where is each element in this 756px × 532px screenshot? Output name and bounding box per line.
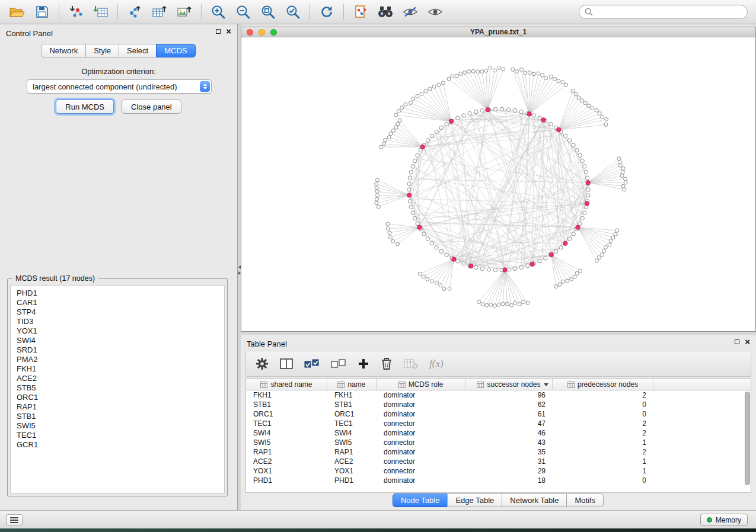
control-panel-window-buttons: × [216,28,231,34]
zoom-out-button[interactable] [231,2,256,21]
close-window-icon[interactable] [247,29,253,36]
column-header-name[interactable]: name [327,379,377,390]
table-cell: 0 [553,409,653,419]
mcds-result-item[interactable]: TID3 [17,317,218,326]
application-window: Control Panel × NetworkStyleSelectMCDS O… [0,0,756,532]
mcds-result-item[interactable]: RAP1 [17,402,218,412]
mcds-result-item[interactable]: CAR1 [17,298,218,307]
zoom-selected-button[interactable] [280,2,305,21]
table-row[interactable]: ACE2ACE2connector311 [246,457,751,466]
mcds-result-item[interactable]: PMA2 [17,355,218,364]
mcds-result-item[interactable]: GCR1 [17,440,218,450]
table-cell: SWI5 [246,438,327,447]
hide-graphics-details-button[interactable] [398,2,423,21]
show-graphics-details-button[interactable] [423,2,448,21]
close-mcds-panel-button[interactable]: Close panel [122,100,181,114]
search-box[interactable] [579,5,748,19]
save-session-button[interactable] [30,2,55,21]
mcds-result-item[interactable]: TEC1 [17,431,218,440]
float-panel-button[interactable] [216,29,221,34]
table-settings-button[interactable] [256,357,269,370]
network-canvas[interactable] [241,37,755,331]
mcds-result-item[interactable]: ORC1 [17,393,218,402]
mcds-result-item[interactable]: SRD1 [17,345,218,355]
search-input[interactable] [596,8,742,16]
mcds-result-item[interactable]: SWI4 [17,336,218,345]
table-cell: ORC1 [327,409,377,419]
table-row[interactable]: ORC1ORC1dominator610 [246,409,751,419]
table-row[interactable]: SWI4SWI4dominator462 [246,428,751,438]
tab-network[interactable]: Network [41,44,86,57]
tab-select[interactable]: Select [119,44,157,57]
table-row[interactable]: RAP1RAP1dominator352 [246,447,751,457]
mcds-result-list[interactable]: PHD1CAR1STP4TID3YOX1SWI4SRD1PMA2FKH1ACE2… [10,285,225,493]
table-row[interactable]: SWI5SWI5connector431 [246,438,751,447]
run-mcds-button[interactable]: Run MCDS [56,100,114,114]
table-scrollbar-thumb[interactable] [745,392,750,485]
mcds-result-item[interactable]: STB1 [17,412,218,421]
minimize-window-icon[interactable] [259,29,265,36]
table-cell: TEC1 [246,419,327,428]
tab-style[interactable]: Style [85,44,119,57]
mcds-result-item[interactable]: SWI5 [17,421,218,431]
mcds-result-item[interactable]: PHD1 [17,289,218,298]
mcds-result-item[interactable]: STB5 [17,383,218,393]
close-table-panel-button[interactable]: × [745,339,750,345]
export-table-button[interactable] [147,2,172,21]
table-row[interactable]: YOX1YOX1connector291 [246,466,751,476]
mcds-result-item[interactable]: ACE2 [17,374,218,383]
delete-column-button[interactable] [381,357,393,370]
table-row[interactable]: PHD1PHD1dominator180 [246,476,751,485]
table-cell: dominator [377,476,465,485]
mcds-result-item[interactable]: YOX1 [17,326,218,336]
table-cell: connector [377,438,465,447]
column-header-MCDS-role[interactable]: MCDS role [377,379,465,390]
mcds-result-title: MCDS result (17 nodes) [12,274,98,283]
criterion-dropdown[interactable]: largest connected component (undirected) [27,79,212,94]
toolbar-separator [310,4,310,20]
table-cell: 2 [553,390,653,400]
table-cell: SWI5 [327,438,377,447]
show-columns-button[interactable] [280,358,293,370]
plus-icon [358,358,369,370]
table-cell: 1 [553,466,653,476]
create-column-button[interactable] [358,358,369,370]
zoom-selected-icon [285,4,301,20]
search-network-button[interactable] [373,2,398,21]
column-header-shared-name[interactable]: shared name [246,379,327,390]
zoom-in-button[interactable] [206,2,231,21]
import-table-button[interactable] [88,2,113,21]
table-row[interactable]: TEC1TEC1connector472 [246,419,751,428]
export-image-button[interactable] [172,2,197,21]
refresh-button[interactable] [314,2,339,21]
export-network-icon [127,5,142,19]
table-row[interactable]: STB1STB1dominator620 [246,400,751,409]
open-file-button[interactable] [5,2,30,21]
panel-menu-button[interactable] [6,514,23,525]
table-scrollbar[interactable] [744,392,750,489]
clipboard-share-button[interactable] [348,2,373,21]
table-tab-node-table[interactable]: Node Table [393,493,448,507]
table-tab-network-table[interactable]: Network Table [502,493,567,507]
deselect-all-columns-button[interactable] [331,358,346,370]
maximize-window-icon[interactable] [270,29,277,36]
tab-mcds[interactable]: MCDS [156,44,195,57]
zoom-fit-button[interactable] [256,2,280,21]
control-panel-title: Control Panel [6,29,53,38]
table-tab-edge-table[interactable]: Edge Table [447,493,502,507]
table-tab-motifs[interactable]: Motifs [566,493,604,507]
desktop-edge-strip [0,528,756,532]
table-cell: 1 [553,438,653,447]
float-table-panel-button[interactable] [735,339,739,344]
mcds-result-item[interactable]: STP4 [17,307,218,317]
network-window-titlebar[interactable]: YPA_prune.txt_1 [241,27,755,37]
memory-button[interactable]: Memory [700,514,748,526]
close-panel-button[interactable]: × [226,28,231,34]
column-header-predecessor-nodes[interactable]: predecessor nodes [553,379,653,390]
select-all-columns-button[interactable] [304,358,320,370]
import-network-button[interactable] [63,2,88,21]
mcds-result-item[interactable]: FKH1 [17,364,218,374]
export-network-button[interactable] [122,2,147,21]
column-header-successor-nodes[interactable]: successor nodes [465,379,553,390]
table-row[interactable]: FKH1FKH1dominator962 [246,390,751,400]
